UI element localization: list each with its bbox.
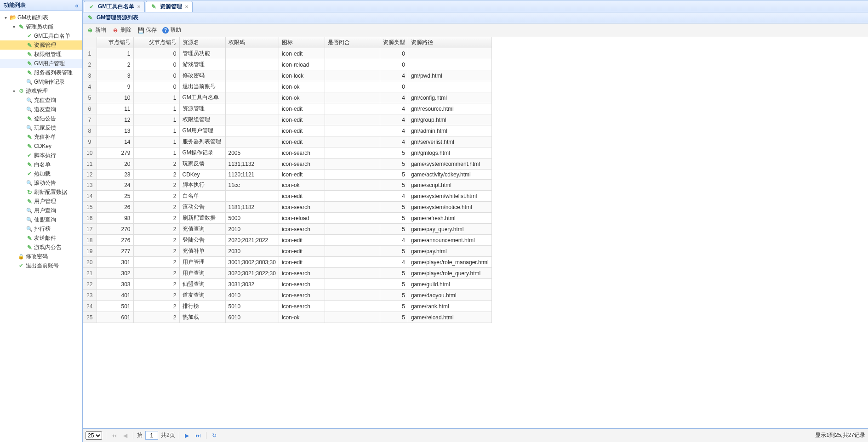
tree-node[interactable]: GM操作记录 bbox=[0, 77, 82, 86]
column-header[interactable]: 资源类型 bbox=[380, 37, 408, 48]
table-row[interactable]: 330修改密码icon-lock4gm/pwd.html bbox=[83, 70, 491, 81]
table-row[interactable]: 102791GM操作记录2005icon-search5gm/gmlogs.ht… bbox=[83, 147, 491, 159]
table-row[interactable]: 172702充值查询2010icon-search5game/pay_query… bbox=[83, 224, 491, 235]
tree-label: 资源管理 bbox=[34, 41, 56, 49]
tree-node[interactable]: CDKey bbox=[0, 142, 82, 151]
table-cell: game/script.html bbox=[408, 180, 491, 191]
table-row[interactable]: 7121权限组管理icon-edit4gm/group.html bbox=[83, 114, 491, 125]
table-row[interactable]: 5101GM工具白名单icon-ok4gm/config.html bbox=[83, 92, 491, 103]
table-row[interactable]: 203012用户管理3001;3002;3003;30icon-edit4gam… bbox=[83, 257, 491, 268]
tree-node[interactable]: ▾游戏管理 bbox=[0, 86, 82, 96]
close-icon[interactable]: ✕ bbox=[185, 4, 188, 9]
page-size-select[interactable]: 25 bbox=[86, 431, 102, 440]
table-row[interactable]: 13242脚本执行11ccicon-ok5game/script.html bbox=[83, 180, 491, 191]
tree-node[interactable]: 游戏内公告 bbox=[0, 243, 82, 252]
tree-node[interactable]: ▾管理员功能 bbox=[0, 22, 82, 31]
table-cell: 5 bbox=[380, 268, 408, 279]
tree-node[interactable]: 权限组管理 bbox=[0, 50, 82, 59]
close-icon[interactable]: ✕ bbox=[137, 4, 141, 9]
tree-node[interactable]: 资源管理 bbox=[0, 40, 82, 50]
page-input[interactable] bbox=[145, 431, 158, 440]
table-row[interactable]: 110管理员功能icon-edit0 bbox=[83, 48, 491, 59]
table-cell: 4 bbox=[83, 81, 97, 92]
table-cell: 14 bbox=[97, 136, 133, 147]
table-row[interactable]: 192772充值补单2030icon-edit5game/pay.html bbox=[83, 246, 491, 257]
refresh-button[interactable]: ↻ bbox=[210, 431, 218, 440]
table-row[interactable]: 11202玩家反馈1131;1132icon-search5game/syste… bbox=[83, 159, 491, 170]
column-header[interactable]: 图标 bbox=[279, 37, 325, 48]
tree-node[interactable]: 修改密码 bbox=[0, 252, 82, 261]
collapse-icon[interactable]: « bbox=[75, 2, 79, 9]
table-row[interactable]: 14252白名单icon-edit4game/system/whitelist.… bbox=[83, 191, 491, 202]
tree-node[interactable]: 发送邮件 bbox=[0, 233, 82, 243]
table-cell: 8 bbox=[83, 125, 97, 136]
edit-icon bbox=[26, 244, 33, 251]
table-row[interactable]: 12232CDKey1120;1121icon-edit5game/activi… bbox=[83, 170, 491, 180]
first-page-button[interactable]: ⏮ bbox=[110, 431, 118, 440]
tree-node[interactable]: 玩家反馈 bbox=[0, 123, 82, 132]
tree-node[interactable]: 用户管理 bbox=[0, 197, 82, 206]
table-row[interactable]: 245012排行榜5010icon-search5game/rank.html bbox=[83, 301, 491, 312]
column-header[interactable] bbox=[83, 37, 97, 48]
tree-node[interactable]: 排行榜 bbox=[0, 224, 82, 233]
table-cell: 4 bbox=[380, 114, 408, 125]
tree-node[interactable]: 脚本执行 bbox=[0, 151, 82, 160]
tree-node[interactable]: 仙盟查询 bbox=[0, 215, 82, 224]
tree-node[interactable]: 充值查询 bbox=[0, 96, 82, 105]
column-header[interactable]: 父节点编号 bbox=[133, 37, 179, 48]
table-cell: 管理员功能 bbox=[179, 48, 225, 59]
table-cell: 24 bbox=[83, 301, 97, 312]
tree-node[interactable]: 服务器列表管理 bbox=[0, 68, 82, 77]
table-row[interactable]: 256012热加载6010icon-ok5game/reload.html bbox=[83, 312, 491, 323]
last-page-button[interactable]: ⏭ bbox=[194, 431, 202, 440]
tree-node[interactable]: 道友查询 bbox=[0, 105, 82, 114]
table-row[interactable]: 220游戏管理icon-reload0 bbox=[83, 59, 491, 70]
tree-node[interactable]: 用户查询 bbox=[0, 206, 82, 215]
table-row[interactable]: 15262滚动公告1181;1182icon-search5game/syste… bbox=[83, 202, 491, 213]
tab[interactable]: 资源管理✕ bbox=[146, 1, 193, 12]
table-row[interactable]: 8131GM用户管理icon-edit4gm/admin.html bbox=[83, 125, 491, 136]
column-header[interactable]: 资源路径 bbox=[408, 37, 491, 48]
table-cell: 1 bbox=[133, 92, 179, 103]
tree-label: 服务器列表管理 bbox=[34, 69, 73, 77]
table-row[interactable]: 6111资源管理icon-edit4gm/resource.html bbox=[83, 103, 491, 114]
save-button[interactable]: 💾 保存 bbox=[137, 26, 157, 34]
tab[interactable]: GM工具白名单✕ bbox=[84, 1, 145, 12]
table-cell bbox=[225, 114, 279, 125]
next-page-button[interactable]: ▶ bbox=[183, 431, 191, 440]
tree-node[interactable]: 热加载 bbox=[0, 169, 82, 178]
table-cell: gm/config.html bbox=[408, 92, 491, 103]
tree-node[interactable]: 退出当前账号 bbox=[0, 261, 82, 270]
tree-node[interactable]: 登陆公告 bbox=[0, 114, 82, 123]
tree-node[interactable]: ▾GM功能列表 bbox=[0, 13, 82, 22]
tree-node[interactable]: GM工具白名单 bbox=[0, 31, 82, 40]
column-header[interactable]: 是否闭合 bbox=[325, 37, 380, 48]
tree-node[interactable]: 刷新配置数据 bbox=[0, 187, 82, 197]
tree-node[interactable]: 白名单 bbox=[0, 160, 82, 169]
table-row[interactable]: 234012道友查询4010icon-search5game/daoyou.ht… bbox=[83, 290, 491, 301]
tree-node[interactable]: GM用户管理 bbox=[0, 59, 82, 68]
table-cell bbox=[225, 92, 279, 103]
column-header[interactable]: 资源名 bbox=[179, 37, 225, 48]
edit-icon bbox=[26, 142, 33, 150]
grid-wrap[interactable]: 节点编号父节点编号资源名权限码图标是否闭合资源类型资源路径110管理员功能ico… bbox=[83, 37, 868, 428]
table-row[interactable]: 16982刷新配置数据5000icon-reload5game/refresh.… bbox=[83, 213, 491, 224]
add-button[interactable]: ⊕ 新增 bbox=[86, 26, 106, 34]
column-header[interactable]: 节点编号 bbox=[97, 37, 133, 48]
table-row[interactable]: 9141服务器列表管理icon-edit4gm/serverlist.html bbox=[83, 136, 491, 147]
delete-button[interactable]: ⊖ 删除 bbox=[112, 26, 131, 34]
minus-icon: ⊖ bbox=[112, 27, 119, 34]
table-row[interactable]: 223032仙盟查询3031;3032icon-search5game/guil… bbox=[83, 279, 491, 290]
tree-label: 退出当前账号 bbox=[26, 262, 59, 270]
table-cell: 2020;2021;2022 bbox=[225, 235, 279, 246]
table-cell bbox=[325, 92, 380, 103]
prev-page-button[interactable]: ◀ bbox=[121, 431, 129, 440]
tree-node[interactable]: 滚动公告 bbox=[0, 178, 82, 187]
table-row[interactable]: 490退出当前账号icon-ok0 bbox=[83, 81, 491, 92]
column-header[interactable]: 权限码 bbox=[225, 37, 279, 48]
help-button[interactable]: ? 帮助 bbox=[162, 26, 181, 34]
table-row[interactable]: 213022用户查询3020;3021;3022;30icon-search5g… bbox=[83, 268, 491, 279]
table-cell: 24 bbox=[97, 180, 133, 191]
table-row[interactable]: 182762登陆公告2020;2021;2022icon-edit4game/a… bbox=[83, 235, 491, 246]
tree-node[interactable]: 充值补单 bbox=[0, 132, 82, 142]
